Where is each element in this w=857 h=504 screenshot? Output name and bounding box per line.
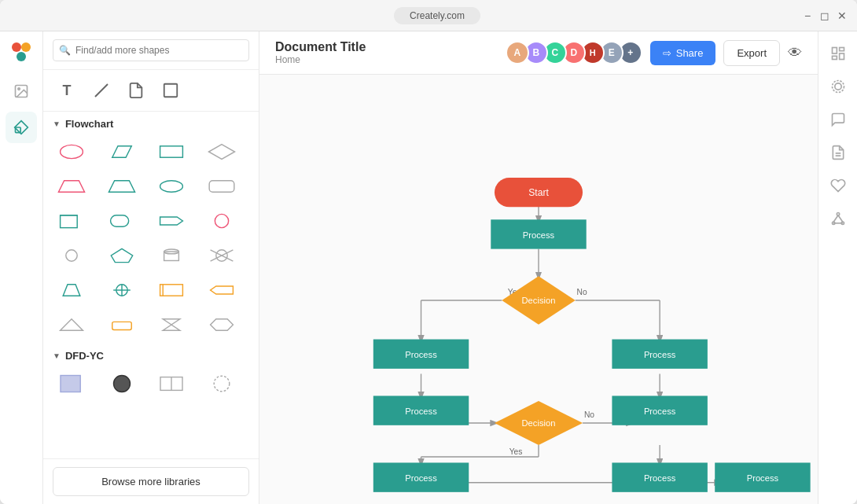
flowchart-shapes-grid: [43, 133, 259, 344]
template-icon[interactable]: [824, 39, 852, 68]
dfd-chevron-icon: ▼: [53, 351, 61, 360]
shape-parallelogram[interactable]: [103, 136, 141, 167]
comment-icon[interactable]: [824, 105, 852, 134]
dfd-shape-dashed[interactable]: [203, 368, 241, 399]
share-network-icon[interactable]: [824, 204, 852, 233]
line-tool[interactable]: [87, 76, 116, 105]
svg-line-7: [95, 84, 108, 97]
shape-hourglass[interactable]: [153, 309, 190, 340]
shape-diamond[interactable]: [203, 136, 241, 167]
shape-trapezoid-up[interactable]: [53, 274, 90, 306]
export-button[interactable]: Export: [723, 40, 780, 66]
shape-pentagon[interactable]: [103, 240, 141, 271]
avatar-1: A: [506, 41, 529, 64]
app-window: Creately.com − ◻ ✕: [0, 0, 857, 504]
text-tool[interactable]: T: [53, 76, 81, 105]
svg-point-4: [18, 88, 20, 90]
svg-marker-38: [163, 319, 180, 330]
svg-point-0: [12, 42, 21, 52]
shape-ellipse[interactable]: [153, 171, 190, 202]
shape-circle-outline[interactable]: [203, 205, 241, 237]
shape-trap1[interactable]: [53, 171, 90, 202]
shape-rounded-single[interactable]: [103, 205, 141, 237]
svg-marker-23: [111, 248, 132, 262]
shape-rounded-rect[interactable]: [203, 171, 241, 202]
notes-icon[interactable]: [824, 138, 852, 167]
svg-point-44: [214, 376, 230, 392]
svg-rect-87: [832, 48, 837, 54]
note-tool[interactable]: [122, 76, 150, 105]
shape-terminal[interactable]: [53, 136, 90, 167]
svg-text:Process: Process: [747, 473, 779, 483]
svg-marker-39: [210, 319, 233, 330]
svg-marker-36: [61, 319, 83, 330]
plugin-icon[interactable]: [824, 171, 852, 200]
svg-point-95: [837, 213, 839, 215]
dfd-shape-circle-dark[interactable]: [103, 368, 141, 399]
diagram-canvas[interactable]: Yes No Yes No Start Process Decision P: [259, 75, 818, 504]
doc-info: Document Title Home: [275, 40, 366, 65]
share-button[interactable]: ⇨ Share: [650, 41, 716, 65]
shape-plus[interactable]: [103, 274, 141, 306]
right-panel: [818, 31, 857, 504]
svg-rect-17: [61, 215, 78, 228]
shape-cylinder[interactable]: [153, 240, 190, 271]
shape-arrow-right[interactable]: [153, 205, 190, 237]
svg-rect-11: [160, 146, 183, 157]
view-button[interactable]: 👁: [788, 45, 802, 61]
shape-triangle[interactable]: [53, 309, 90, 340]
svg-marker-35: [210, 286, 233, 294]
maximize-button[interactable]: ◻: [819, 10, 830, 21]
titlebar: Creately.com − ◻ ✕: [0, 0, 857, 31]
shape-trap2[interactable]: [103, 171, 141, 202]
shape-square-cut[interactable]: [53, 205, 90, 237]
svg-point-41: [113, 376, 130, 392]
shape-rect-teal[interactable]: [153, 136, 190, 167]
svg-rect-40: [61, 376, 80, 392]
svg-point-22: [66, 250, 77, 261]
tool-row: T: [43, 70, 259, 112]
search-icon: 🔍: [59, 45, 71, 56]
shapes-content: ▼ Flowchart: [43, 112, 259, 458]
svg-point-21: [215, 214, 228, 227]
svg-point-2: [17, 52, 26, 61]
search-area: 🔍: [43, 31, 259, 70]
dfd-shapes-grid: [43, 365, 259, 403]
svg-line-99: [838, 215, 843, 222]
shape-arrow-left[interactable]: [203, 274, 241, 306]
shape-rect-label[interactable]: [103, 309, 141, 340]
header-right: A B C D H E + ⇨ Share Export 👁: [510, 40, 802, 66]
window-controls: − ◻ ✕: [802, 10, 848, 21]
collaborator-avatars: A B C D H E +: [510, 41, 642, 64]
shape-cross[interactable]: [203, 240, 241, 271]
dfd-shape-square[interactable]: [53, 368, 90, 399]
minimize-button[interactable]: −: [802, 10, 813, 21]
svg-marker-20: [160, 217, 183, 225]
svg-text:Start: Start: [528, 187, 549, 198]
shape-circle2[interactable]: [53, 240, 90, 271]
flowchart-section-header[interactable]: ▼ Flowchart: [43, 112, 259, 133]
browse-btn-wrapper: Browse more libraries: [43, 458, 259, 504]
svg-rect-19: [110, 215, 128, 226]
svg-rect-16: [209, 181, 234, 192]
share-label: Share: [676, 47, 704, 59]
svg-text:Yes: Yes: [509, 447, 523, 456]
svg-text:Process: Process: [644, 407, 676, 416]
canvas-area: Document Title Home A B C D H E + ⇨: [259, 31, 818, 504]
dfd-shape-half-circle[interactable]: [153, 368, 190, 399]
svg-marker-29: [63, 285, 80, 296]
shape-hexagon[interactable]: [203, 309, 241, 340]
sidebar-item-shapes[interactable]: [6, 112, 37, 143]
shapes-panel: 🔍 T ▼ Flowchart: [43, 31, 259, 504]
close-button[interactable]: ✕: [837, 10, 848, 21]
dfd-section-header[interactable]: ▼ DFD-YC: [43, 344, 259, 365]
svg-text:No: No: [584, 410, 594, 419]
svg-text:Process: Process: [523, 230, 555, 240]
breadcrumb: Home: [275, 54, 366, 65]
search-input[interactable]: [53, 39, 249, 61]
rect-tool[interactable]: [156, 76, 185, 105]
shape-double-rect[interactable]: [153, 274, 190, 306]
theme-icon[interactable]: [824, 72, 852, 101]
browse-libraries-button[interactable]: Browse more libraries: [53, 467, 249, 496]
sidebar-item-images[interactable]: [6, 75, 37, 107]
